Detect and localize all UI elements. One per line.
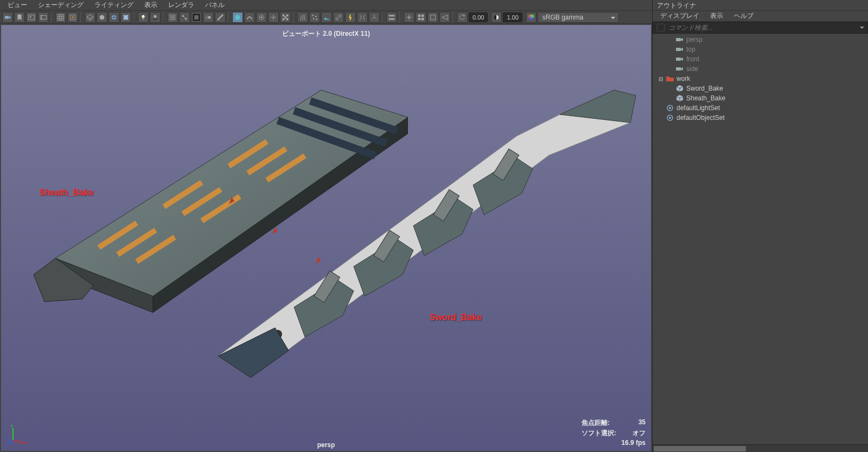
image-plane-icon[interactable] <box>26 12 37 23</box>
menu-panels[interactable]: パネル <box>201 0 229 11</box>
viewport-3d[interactable]: ビューポート 2.0 (DirectX 11) <box>1 25 651 451</box>
textured-icon[interactable] <box>120 12 131 23</box>
locator-icon[interactable] <box>268 12 279 23</box>
set-icon <box>666 114 674 122</box>
mesh-icon <box>675 85 684 92</box>
menu-shading[interactable]: シェーディング <box>34 0 88 11</box>
camera-name-label: persp <box>317 441 335 449</box>
outliner-menu-show[interactable]: 表示 <box>706 10 727 22</box>
color-mgmt-icon[interactable] <box>526 12 537 23</box>
outliner-menu-display[interactable]: ディスプレイ <box>656 10 704 22</box>
smooth-shade-icon[interactable] <box>97 12 107 23</box>
xray-joints-icon[interactable] <box>179 12 190 23</box>
outliner-search[interactable] <box>653 22 868 34</box>
outliner-item-defaultlightset[interactable]: defaultLightSet <box>653 103 868 113</box>
maximize-icon[interactable] <box>427 12 438 23</box>
film-gate-icon[interactable] <box>38 12 49 23</box>
manipulators-icon[interactable] <box>369 12 380 23</box>
particles-icon[interactable] <box>309 12 320 23</box>
menu-view[interactable]: ビュー <box>3 0 31 11</box>
outliner-item-label: Sheath_Bake <box>686 94 725 102</box>
svg-line-19 <box>183 16 186 18</box>
screen-space-ao-icon[interactable] <box>191 12 202 23</box>
camera-icon <box>675 36 684 43</box>
outliner-item-label: Sword_Bake <box>686 85 723 92</box>
separator <box>293 12 295 23</box>
exposure-field[interactable]: 0.00 <box>469 12 488 22</box>
exposure-reset-icon[interactable] <box>457 12 468 23</box>
bookmark-icon[interactable] <box>14 12 25 23</box>
outliner-item-work[interactable]: ⊟work <box>653 74 868 84</box>
svg-point-32 <box>313 18 315 20</box>
svg-text:Z: Z <box>8 437 11 442</box>
motion-blur-icon[interactable] <box>203 12 214 23</box>
camera-icon <box>675 55 684 63</box>
outliner-item-sheath_bake[interactable]: Sheath_Bake <box>653 93 868 103</box>
svg-rect-88 <box>657 24 665 31</box>
xray-icon[interactable] <box>167 12 178 23</box>
svg-point-100 <box>669 117 671 119</box>
gamma-reset-icon[interactable] <box>491 12 502 23</box>
menu-lighting[interactable]: ライティング <box>90 0 138 11</box>
outliner-item-label: persp <box>686 36 703 43</box>
svg-point-31 <box>315 15 317 17</box>
expander-icon[interactable]: ⊟ <box>658 76 663 82</box>
grid-icon[interactable] <box>55 12 66 23</box>
separator <box>399 12 401 23</box>
fluids-icon[interactable] <box>321 12 332 23</box>
outliner-item-label: defaultLightSet <box>676 104 720 112</box>
snap-icon[interactable] <box>404 12 414 23</box>
outliner-item-label: front <box>686 55 699 63</box>
annotation-sheath: Sheath_Bake <box>39 188 94 198</box>
svg-rect-16 <box>171 16 174 18</box>
outliner-item-front[interactable]: front <box>653 54 868 64</box>
nurbs-icon[interactable] <box>244 12 255 23</box>
outliner-scrollbar-horizontal[interactable] <box>653 444 868 452</box>
wireframe-icon[interactable] <box>85 12 95 23</box>
anti-alias-icon[interactable] <box>215 12 226 23</box>
annotation-sword: Sword_Bake <box>430 313 482 322</box>
set-icon <box>666 104 674 112</box>
shadows-icon[interactable] <box>150 12 161 23</box>
view-axis-gizmo: Y X Z <box>8 424 29 445</box>
soft-select-value: オフ <box>633 429 646 438</box>
deformers-icon[interactable] <box>357 12 368 23</box>
checker-icon[interactable] <box>280 12 291 23</box>
outliner-item-defaultobjectset[interactable]: defaultObjectSet <box>653 113 868 123</box>
viewport-header-label: ビューポート 2.0 (DirectX 11) <box>282 29 370 39</box>
outliner-item-sword_bake[interactable]: Sword_Bake <box>653 84 868 93</box>
focal-length-label: 焦点距離: <box>582 418 610 428</box>
subdiv-icon[interactable] <box>256 12 267 23</box>
isolate-select-icon[interactable] <box>67 12 78 23</box>
outliner-menu-help[interactable]: ヘルプ <box>730 10 758 22</box>
shaded-wire-icon[interactable] <box>108 12 119 23</box>
svg-rect-91 <box>676 48 681 51</box>
viewport-toolbar: 0.00 1.00 sRGB gamma <box>0 11 652 24</box>
sword-model[interactable] <box>213 85 641 389</box>
joints-icon[interactable] <box>333 12 344 23</box>
outliner-item-top[interactable]: top <box>653 44 868 54</box>
svg-rect-0 <box>5 16 9 18</box>
menu-show[interactable]: 表示 <box>140 0 162 11</box>
gamma-field[interactable]: 1.00 <box>503 12 522 22</box>
mesh-icon <box>675 94 684 102</box>
svg-marker-96 <box>681 67 683 71</box>
outliner-item-persp[interactable]: persp <box>653 35 868 44</box>
outliner-search-input[interactable] <box>668 24 864 31</box>
lights-icon[interactable] <box>138 12 149 23</box>
menu-renderer[interactable]: レンダラ <box>164 0 199 11</box>
select-camera-icon[interactable] <box>2 12 13 23</box>
outliner-item-side[interactable]: side <box>653 64 868 74</box>
near-clip-icon[interactable] <box>439 12 450 23</box>
svg-rect-40 <box>422 14 424 16</box>
expose-icon[interactable] <box>416 12 426 23</box>
viewport-panel: ビュー シェーディング ライティング 表示 レンダラ パネル <box>0 0 652 452</box>
dynamics-icon[interactable] <box>345 12 356 23</box>
camera-icon <box>675 46 684 53</box>
separator <box>163 12 165 23</box>
svg-marker-92 <box>681 48 683 51</box>
shelf-icon[interactable] <box>386 12 397 23</box>
gamma-dropdown[interactable]: sRGB gamma <box>538 12 619 23</box>
hair-icon[interactable] <box>297 12 308 23</box>
polymesh-icon[interactable] <box>232 12 243 23</box>
